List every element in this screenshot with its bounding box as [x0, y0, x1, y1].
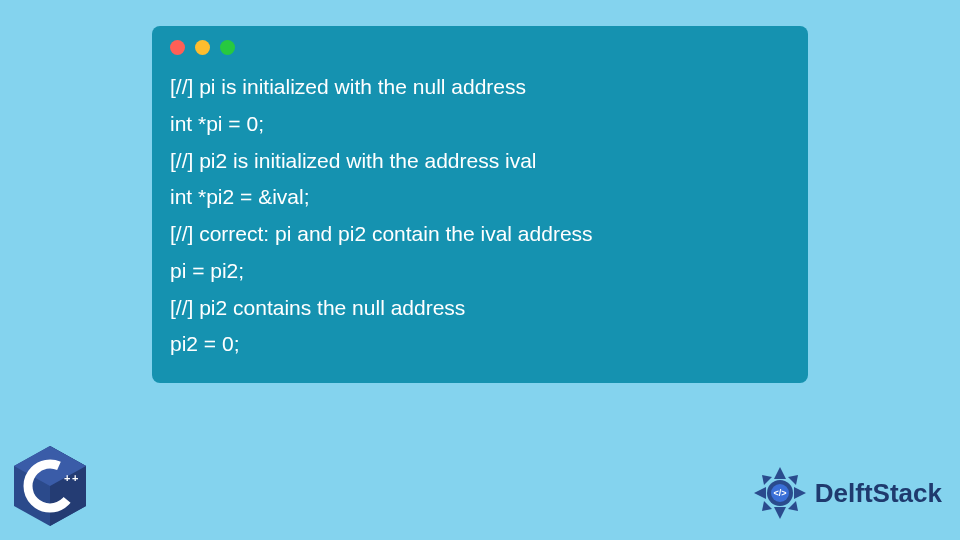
cpp-logo-icon: + + — [14, 446, 86, 526]
code-line: [//] pi2 is initialized with the address… — [170, 143, 790, 180]
svg-marker-13 — [788, 501, 798, 511]
svg-marker-9 — [794, 487, 806, 499]
code-block: [//] pi is initialized with the null add… — [170, 69, 790, 363]
svg-marker-8 — [754, 487, 766, 499]
svg-text:</>: </> — [773, 488, 786, 498]
brand-name: DelftStack — [815, 478, 942, 509]
window-traffic-lights — [170, 40, 790, 55]
code-line: [//] pi2 contains the null address — [170, 290, 790, 327]
code-line: pi2 = 0; — [170, 326, 790, 363]
code-line: int *pi = 0; — [170, 106, 790, 143]
svg-marker-7 — [774, 507, 786, 519]
svg-text:+: + — [72, 472, 78, 484]
code-line: [//] pi is initialized with the null add… — [170, 69, 790, 106]
svg-marker-11 — [762, 501, 772, 511]
code-line: int *pi2 = &ival; — [170, 179, 790, 216]
close-dot-icon — [170, 40, 185, 55]
svg-marker-6 — [774, 467, 786, 479]
code-window: [//] pi is initialized with the null add… — [152, 26, 808, 383]
brand-area: </> DelftStack — [751, 464, 942, 522]
code-line: pi = pi2; — [170, 253, 790, 290]
delftstack-logo-icon: </> — [751, 464, 809, 522]
svg-text:+: + — [64, 472, 70, 484]
minimize-dot-icon — [195, 40, 210, 55]
svg-marker-10 — [788, 475, 798, 485]
svg-marker-12 — [762, 475, 772, 485]
code-line: [//] correct: pi and pi2 contain the iva… — [170, 216, 790, 253]
zoom-dot-icon — [220, 40, 235, 55]
